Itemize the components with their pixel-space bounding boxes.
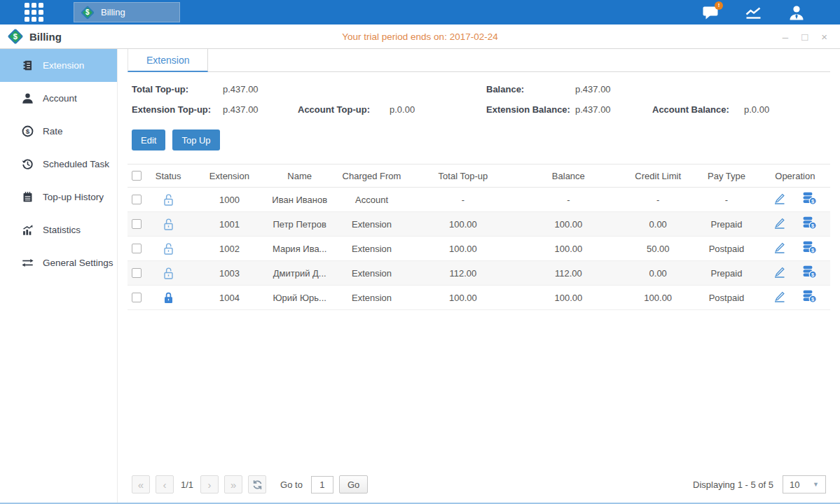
cell-charged-from: Extension	[331, 212, 412, 237]
topup-icon[interactable]: $	[801, 192, 817, 205]
col-header-operation: Operation	[760, 164, 830, 188]
cell-extension: 1004	[191, 286, 268, 310]
cell-operation: $	[760, 286, 830, 310]
cell-charged-from: Extension	[331, 261, 412, 286]
table-row: 1004Юрий Юрь...Extension100.00100.00100.…	[128, 286, 830, 310]
cell-extension: 1003	[191, 261, 268, 286]
history-clock-icon	[22, 158, 34, 170]
cell-balance: 112.00	[514, 261, 623, 286]
balance-value: p.437.00	[575, 84, 652, 94]
sidebar-item-label: Account	[43, 93, 77, 104]
sidebar-item-topup-history[interactable]: Top-up History	[0, 181, 117, 214]
col-header-total-top-up: Total Top-up	[412, 164, 514, 188]
cell-credit-limit: 50.00	[623, 237, 693, 261]
sidebar-item-scheduled-task[interactable]: Scheduled Task	[0, 148, 117, 181]
monitor-button[interactable]	[745, 5, 762, 20]
sidebar-item-rate[interactable]: $ Rate	[0, 115, 117, 148]
go-button[interactable]: Go	[339, 475, 368, 493]
table-row: 1003Дмитрий Д...Extension112.00112.000.0…	[128, 261, 830, 286]
cell-name: Петр Петров	[268, 212, 331, 237]
topup-button[interactable]: Top Up	[172, 130, 219, 150]
notification-badge: !	[715, 1, 723, 10]
select-all-checkbox[interactable]	[132, 171, 142, 181]
cell-status	[146, 286, 191, 310]
billing-app-window: $ Billing ! $ Billing Your trial period …	[0, 0, 840, 504]
cell-checkbox	[128, 212, 146, 237]
trial-notice: Your trial period ends on: 2017-02-24	[0, 31, 840, 42]
cell-pay-type: Postpaid	[693, 286, 759, 310]
topup-icon[interactable]: $	[801, 290, 817, 303]
app-grid-icon[interactable]	[25, 3, 43, 22]
sidebar-item-label: General Settings	[43, 258, 113, 268]
toolbar: Edit Top Up	[132, 130, 826, 150]
cell-pay-type: -	[693, 188, 759, 212]
cell-credit-limit: 0.00	[623, 261, 693, 286]
billing-app-icon: $	[81, 6, 95, 20]
edit-icon[interactable]	[773, 241, 786, 254]
cell-balance: 100.00	[514, 237, 623, 261]
window-titlebar: $ Billing Your trial period ends on: 201…	[0, 24, 840, 49]
main-content: Extension Total Top-up: p.437.00 Extensi…	[118, 49, 840, 503]
goto-label: Go to	[280, 479, 303, 490]
cell-status	[146, 188, 191, 212]
refresh-button[interactable]	[248, 475, 266, 493]
sidebar-item-account[interactable]: Account	[0, 82, 117, 115]
system-topbar: $ Billing !	[0, 0, 840, 24]
first-page-button[interactable]: «	[132, 475, 150, 493]
sidebar-item-statistics[interactable]: Statistics	[0, 214, 117, 246]
row-checkbox[interactable]	[132, 268, 142, 278]
cell-credit-limit: -	[623, 188, 693, 212]
page-size-select[interactable]: 10 ▼	[783, 475, 826, 493]
row-checkbox[interactable]	[132, 195, 142, 204]
cell-balance: 100.00	[514, 286, 623, 310]
cell-status	[146, 237, 191, 261]
extension-balance-label: Extension Balance:	[486, 104, 575, 115]
taskbar-tab-billing[interactable]: $ Billing	[74, 2, 180, 22]
row-checkbox[interactable]	[132, 244, 142, 253]
svg-text:$: $	[26, 127, 30, 135]
cell-balance: 100.00	[514, 212, 623, 237]
sidebar-item-extension[interactable]: Extension	[0, 49, 117, 82]
col-header-pay-type: Pay Type	[693, 164, 759, 188]
cell-pay-type: Postpaid	[693, 237, 759, 261]
row-checkbox[interactable]	[132, 219, 142, 229]
ledger-icon	[22, 59, 34, 71]
sidebar-item-general-settings[interactable]: General Settings	[0, 246, 117, 279]
locked-icon	[163, 291, 174, 304]
last-page-button[interactable]: »	[224, 475, 242, 493]
cell-total-topup: 100.00	[412, 237, 514, 261]
goto-page-input[interactable]	[311, 476, 333, 493]
topup-icon[interactable]: $	[801, 265, 817, 279]
edit-icon[interactable]	[773, 192, 786, 205]
edit-icon[interactable]	[773, 216, 786, 230]
edit-button[interactable]: Edit	[132, 130, 165, 150]
user-menu-button[interactable]	[788, 5, 805, 20]
extension-table: StatusExtensionNameCharged FromTotal Top…	[128, 164, 830, 310]
unlocked-icon	[163, 267, 174, 280]
messages-button[interactable]: !	[702, 5, 719, 20]
extension-table-wrap: StatusExtensionNameCharged FromTotal Top…	[128, 164, 830, 310]
user-icon	[788, 5, 805, 20]
cell-operation: $	[760, 237, 830, 261]
tab-extension[interactable]: Extension	[128, 49, 208, 72]
sidebar-item-label: Rate	[43, 126, 63, 136]
table-row: 1001Петр ПетровExtension100.00100.000.00…	[128, 212, 830, 237]
row-checkbox[interactable]	[132, 293, 142, 302]
cell-pay-type: Prepaid	[693, 261, 759, 286]
prev-page-button[interactable]: ‹	[156, 475, 174, 493]
edit-icon[interactable]	[773, 290, 786, 303]
cell-operation: $	[760, 261, 830, 286]
next-page-button[interactable]: ›	[200, 475, 219, 493]
unlocked-icon	[163, 242, 174, 255]
cell-status	[146, 212, 191, 237]
cell-name: Мария Ива...	[268, 237, 331, 261]
minimize-button[interactable]: –	[783, 31, 788, 42]
edit-icon[interactable]	[773, 265, 786, 279]
page-indicator: 1/1	[181, 479, 193, 490]
maximize-button[interactable]: □	[801, 31, 808, 42]
account-topup-value: p.0.00	[390, 104, 486, 115]
refresh-icon	[252, 479, 263, 490]
topup-icon[interactable]: $	[801, 241, 817, 254]
close-button[interactable]: ×	[821, 31, 827, 42]
topup-icon[interactable]: $	[801, 216, 817, 230]
